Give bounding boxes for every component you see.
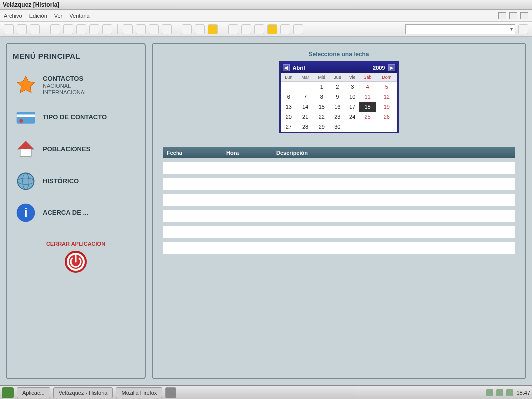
calendar-day-cell[interactable]: 27 (281, 122, 297, 132)
close-window-button[interactable] (520, 12, 528, 19)
sidebar-item-label: POBLACIONES (43, 145, 90, 153)
sidebar-item-historico[interactable]: HISTÓRICO (13, 165, 139, 197)
toolbar-button[interactable] (162, 24, 172, 34)
calendar-prev-button[interactable]: ◀ (283, 64, 290, 71)
calendar-day-cell[interactable]: 15 (314, 102, 330, 112)
calendar-day-cell[interactable]: 12 (376, 92, 397, 102)
calendar-day-cell[interactable]: 21 (297, 112, 314, 122)
table-row[interactable] (163, 178, 515, 190)
toolbar-button[interactable] (208, 24, 218, 34)
tray-icon[interactable] (506, 389, 513, 396)
taskbar-item-active[interactable] (165, 387, 176, 398)
sidebar-item-label: TIPO DE CONTACTO (43, 113, 107, 121)
toolbar-button[interactable] (518, 24, 528, 34)
sidebar-item-acerca[interactable]: i ACERCA DE ... (13, 197, 139, 229)
calendar-day-cell[interactable]: 20 (281, 112, 297, 122)
calendar-day-cell[interactable]: 24 (345, 112, 359, 122)
calendar-day-cell[interactable]: 10 (345, 92, 359, 102)
tray-icon[interactable] (486, 389, 493, 396)
calendar-day-cell[interactable]: 2 (330, 82, 346, 92)
toolbar-button[interactable] (182, 24, 192, 34)
sidebar-item-label: CONTACTOS (43, 75, 83, 82)
toolbar-button[interactable] (123, 24, 133, 34)
calendar-day-cell[interactable]: 7 (297, 92, 314, 102)
window-titlebar: Velázquez [Historia] (0, 0, 532, 10)
toolbar-button[interactable] (50, 24, 60, 34)
svg-rect-0 (17, 112, 35, 124)
toolbar-button[interactable] (30, 24, 40, 34)
toolbar-button[interactable] (89, 24, 99, 34)
sidebar-item-poblaciones[interactable]: POBLACIONES (13, 133, 139, 165)
svg-rect-1 (17, 115, 35, 118)
sidebar-item-tipo-contacto[interactable]: TIPO DE CONTACTO (13, 101, 139, 133)
calendar-day-cell[interactable]: 6 (281, 92, 297, 102)
tray-icon[interactable] (496, 389, 503, 396)
calendar-day-cell[interactable]: 9 (330, 92, 346, 102)
menu-view[interactable]: Ver (54, 13, 63, 19)
calendar-day-cell[interactable]: 25 (359, 112, 376, 122)
table-row[interactable] (163, 226, 515, 238)
history-table: Fecha Hora Descripción (163, 147, 515, 254)
menu-window[interactable]: Ventana (69, 13, 89, 19)
select-date-label: Seleccione una fecha (163, 51, 515, 58)
menu-edit[interactable]: Edición (29, 13, 47, 19)
calendar-day-cell[interactable]: 14 (297, 102, 314, 112)
column-hora[interactable]: Hora (222, 150, 272, 156)
toolbar-button[interactable] (149, 24, 159, 34)
toolbar-button[interactable] (254, 24, 264, 34)
calendar-day-cell[interactable]: 17 (345, 102, 359, 112)
toolbar-button[interactable] (76, 24, 86, 34)
calendar-day-cell[interactable]: 26 (376, 112, 397, 122)
calendar-day-cell[interactable]: 29 (314, 122, 330, 132)
toolbar-button[interactable] (4, 24, 14, 34)
toolbar-search[interactable]: ▾ (405, 24, 515, 34)
menu-file[interactable]: Archivo (4, 13, 22, 19)
calendar-day-cell[interactable]: 8 (314, 92, 330, 102)
minimize-button[interactable] (498, 12, 506, 19)
toolbar-button[interactable] (102, 24, 112, 34)
calendar-day-header: Mié (314, 73, 330, 82)
toolbar-button[interactable] (267, 24, 277, 34)
calendar-day-cell[interactable]: 13 (281, 102, 297, 112)
calendar-day-cell[interactable]: 16 (330, 102, 346, 112)
menubar: Archivo Edición Ver Ventana (0, 10, 532, 22)
calendar-year: 2009 (373, 65, 388, 71)
toolbar-button[interactable] (136, 24, 146, 34)
calendar-day-cell[interactable]: 4 (359, 82, 376, 92)
close-app-button[interactable] (64, 250, 88, 274)
calendar-day-cell[interactable]: 19 (376, 102, 397, 112)
maximize-button[interactable] (509, 12, 517, 19)
sidebar-item-contactos[interactable]: CONTACTOS NACIONAL INTERNACIONAL (13, 69, 139, 101)
start-button[interactable] (2, 387, 14, 398)
table-row[interactable] (163, 194, 515, 206)
table-row[interactable] (163, 210, 515, 222)
calendar-day-cell[interactable]: 22 (314, 112, 330, 122)
toolbar-button[interactable] (17, 24, 27, 34)
table-row[interactable] (163, 162, 515, 174)
toolbar-button[interactable] (280, 24, 290, 34)
calendar-day-cell[interactable]: 5 (376, 82, 397, 92)
column-descripcion[interactable]: Descripción (272, 150, 515, 156)
calendar-day-cell (281, 82, 297, 92)
calendar-day-cell[interactable]: 3 (345, 82, 359, 92)
calendar-day-cell[interactable]: 11 (359, 92, 376, 102)
table-row[interactable] (163, 242, 515, 254)
column-fecha[interactable]: Fecha (163, 150, 222, 156)
taskbar-item[interactable]: Velázquez - Historia (53, 387, 113, 398)
taskbar-item[interactable]: Aplicac... (17, 387, 50, 398)
calendar-day-cell[interactable]: 18 (359, 102, 376, 112)
taskbar-item[interactable]: Mozilla Firefox (116, 387, 162, 398)
calendar-day-header: Lun (281, 73, 297, 82)
toolbar-button[interactable] (293, 24, 303, 34)
sidebar-item-label: HISTÓRICO (43, 177, 79, 185)
calendar-day-cell[interactable]: 23 (330, 112, 346, 122)
calendar-day-cell[interactable]: 1 (314, 82, 330, 92)
close-app-label: CERRAR APLICACIÓN (13, 241, 139, 247)
calendar-day-cell[interactable]: 30 (330, 122, 346, 132)
toolbar-button[interactable] (195, 24, 205, 34)
toolbar-button[interactable] (228, 24, 238, 34)
toolbar-button[interactable] (63, 24, 73, 34)
calendar-next-button[interactable]: ▶ (388, 64, 395, 71)
toolbar-button[interactable] (241, 24, 251, 34)
calendar-day-cell[interactable]: 28 (297, 122, 314, 132)
